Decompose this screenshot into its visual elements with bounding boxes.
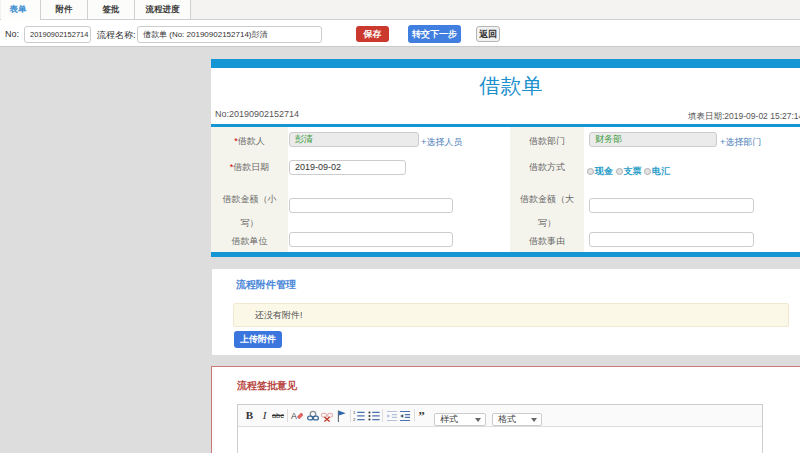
svg-text:2: 2 bbox=[353, 417, 356, 422]
svg-text:1: 1 bbox=[353, 410, 356, 415]
svg-text:A: A bbox=[291, 411, 297, 421]
